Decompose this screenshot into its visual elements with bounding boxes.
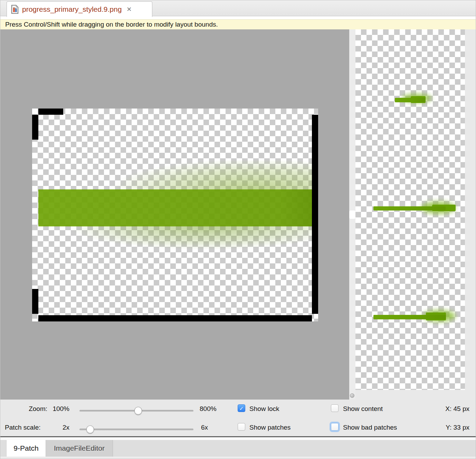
zoom-value: 100% xyxy=(49,405,69,413)
splitter-handle[interactable] xyxy=(350,393,354,398)
file-tab-title: progress_primary_styled.9.png xyxy=(22,5,122,13)
preview-pane xyxy=(355,29,476,400)
cursor-y-value: Y: 33 px xyxy=(439,423,469,432)
zoom-max-label: 800% xyxy=(200,405,217,413)
show-bad-patches-label[interactable]: Show bad patches xyxy=(343,423,397,432)
show-patches-checkbox[interactable] xyxy=(238,423,245,431)
zoom-slider-thumb[interactable] xyxy=(134,407,142,415)
checkmark-icon: ✓ xyxy=(239,406,244,411)
progress-bar-glow-top xyxy=(80,160,312,189)
patch-scale-label: Patch scale: xyxy=(5,423,41,432)
hint-banner: Press Control/Shift while dragging on th… xyxy=(0,19,476,29)
splitter-grip[interactable] xyxy=(349,210,355,219)
show-content-label[interactable]: Show content xyxy=(343,405,383,413)
patch-scale-slider[interactable] xyxy=(79,425,193,434)
show-content-checkbox[interactable] xyxy=(331,404,339,412)
patch-scale-slider-thumb[interactable] xyxy=(86,425,94,433)
ninepatch-editor-canvas[interactable] xyxy=(0,29,349,400)
padding-marker-right[interactable] xyxy=(312,115,318,314)
stretch-marker-left-lower[interactable] xyxy=(32,289,38,314)
bottom-separator-light xyxy=(0,437,476,440)
stretch-marker-top[interactable] xyxy=(38,109,63,115)
preview-background xyxy=(355,29,465,390)
close-icon[interactable]: ✕ xyxy=(126,6,132,12)
progress-bar-green xyxy=(38,189,312,226)
padding-marker-bottom[interactable] xyxy=(38,315,312,321)
tab-image-file-editor[interactable]: ImageFileEditor xyxy=(46,440,113,457)
preview-bar-medium xyxy=(373,206,446,210)
window-bottom-edge xyxy=(0,457,476,459)
stretch-marker-left-upper[interactable] xyxy=(32,115,38,140)
editor-tab-bar: progress_primary_styled.9.png ✕ xyxy=(0,0,476,16)
cursor-x-value: X: 45 px xyxy=(439,405,469,413)
control-bar: Zoom: 100% 800% ✓ Show lock Show content… xyxy=(0,400,476,436)
progress-bar-glow-bottom xyxy=(46,226,312,253)
preview-bar-large xyxy=(373,315,446,319)
show-lock-checkbox[interactable]: ✓ xyxy=(238,404,245,412)
show-lock-label[interactable]: Show lock xyxy=(249,405,279,413)
file-tab[interactable]: progress_primary_styled.9.png ✕ xyxy=(7,1,152,17)
patch-scale-max-label: 6x xyxy=(201,423,208,432)
image-file-icon xyxy=(11,5,19,14)
patch-scale-slider-track[interactable] xyxy=(79,429,193,430)
show-patches-label[interactable]: Show patches xyxy=(249,423,291,432)
zoom-slider[interactable] xyxy=(79,407,193,415)
editor-mode-tab-strip: 9-Patch ImageFileEditor xyxy=(0,440,476,457)
zoom-label: Zoom: xyxy=(14,405,47,413)
tab-9-patch[interactable]: 9-Patch xyxy=(6,440,46,457)
patch-scale-value: 2x xyxy=(55,423,69,432)
ninepatch-image[interactable] xyxy=(32,109,318,321)
preview-bar-small xyxy=(395,98,426,102)
panel-splitter[interactable] xyxy=(349,29,355,400)
show-bad-patches-checkbox[interactable] xyxy=(331,423,339,431)
